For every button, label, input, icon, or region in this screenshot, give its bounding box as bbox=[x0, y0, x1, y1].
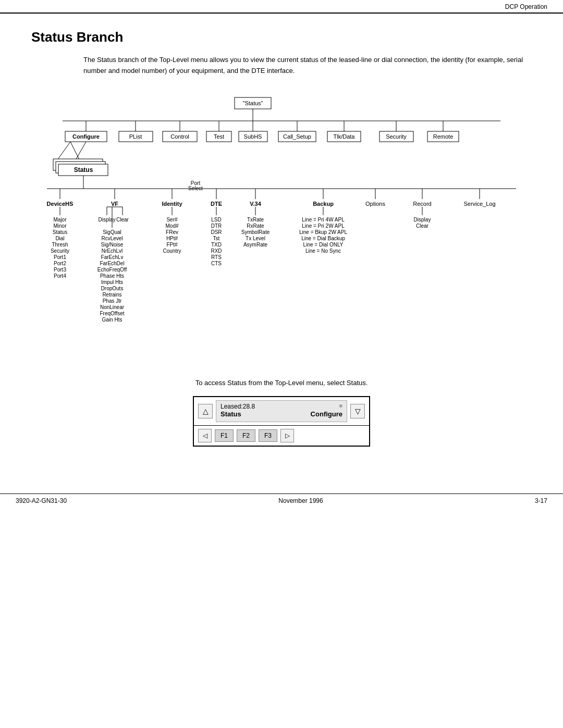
device-down-button[interactable]: ▽ bbox=[350, 404, 365, 418]
svg-text:FarEchLv: FarEchLv bbox=[101, 254, 124, 260]
svg-text:Line = Dial ONLY: Line = Dial ONLY bbox=[303, 242, 344, 248]
page-title: Status Branch bbox=[31, 29, 532, 45]
svg-text:Retrains: Retrains bbox=[102, 292, 121, 298]
svg-text:TxRate: TxRate bbox=[247, 217, 264, 223]
device-right-button[interactable]: ▷ bbox=[280, 429, 294, 442]
svg-text:HPt#: HPt# bbox=[166, 236, 178, 241]
svg-text:Major: Major bbox=[53, 217, 67, 223]
svg-text:LSD: LSD bbox=[211, 217, 221, 223]
svg-text:Security: Security bbox=[386, 133, 407, 140]
tree-svg: "Status" Configure PList Control Test bbox=[31, 92, 532, 363]
svg-text:NrEchLvl: NrEchLvl bbox=[102, 248, 123, 254]
svg-text:RTS: RTS bbox=[211, 254, 222, 260]
svg-text:CTS: CTS bbox=[211, 261, 222, 266]
access-text: To access Status from the Top-Level menu… bbox=[31, 379, 532, 387]
intro-text: The Status branch of the Top-Level menu … bbox=[83, 55, 532, 77]
device-top-row: △ Leased:28.8 = Status Configure ▽ bbox=[194, 397, 369, 426]
svg-line-33 bbox=[76, 142, 86, 160]
svg-text:RXD: RXD bbox=[211, 248, 222, 254]
svg-text:V.34: V.34 bbox=[250, 201, 262, 207]
device-display: △ Leased:28.8 = Status Configure ▽ ◁ F1 … bbox=[193, 396, 370, 447]
svg-text:DTE: DTE bbox=[211, 201, 222, 207]
svg-text:Dial: Dial bbox=[55, 236, 64, 241]
svg-text:Backup: Backup bbox=[313, 201, 334, 207]
device-bottom-row: ◁ F1 F2 F3 ▷ bbox=[194, 426, 369, 446]
screen-line1: Leased:28.8 = bbox=[221, 403, 342, 410]
svg-text:Port2: Port2 bbox=[54, 261, 66, 266]
svg-text:DeviceHS: DeviceHS bbox=[47, 201, 74, 207]
svg-text:Status: Status bbox=[74, 166, 93, 174]
svg-text:Sig/Noise: Sig/Noise bbox=[101, 242, 124, 248]
svg-text:SubHS: SubHS bbox=[244, 133, 262, 140]
svg-text:VF: VF bbox=[111, 201, 118, 207]
svg-text:Ser#: Ser# bbox=[166, 217, 178, 223]
svg-text:FRev: FRev bbox=[166, 229, 178, 235]
svg-text:Clear: Clear bbox=[416, 223, 429, 229]
footer-right: 3-17 bbox=[535, 497, 547, 504]
svg-text:Test: Test bbox=[214, 133, 224, 140]
svg-text:Tx Level: Tx Level bbox=[246, 236, 265, 241]
svg-text:Thresh: Thresh bbox=[52, 242, 68, 248]
device-left-button[interactable]: ◁ bbox=[198, 429, 212, 442]
svg-text:SigQual: SigQual bbox=[103, 229, 121, 235]
svg-text:Line = Bkup 2W APL: Line = Bkup 2W APL bbox=[299, 229, 347, 235]
svg-text:Status: Status bbox=[53, 229, 67, 235]
header-title: DCP Operation bbox=[505, 3, 547, 10]
svg-text:FPt#: FPt# bbox=[166, 242, 178, 248]
svg-text:Country: Country bbox=[163, 248, 181, 254]
svg-text:DSR: DSR bbox=[211, 229, 222, 235]
svg-text:Gain Hts: Gain Hts bbox=[102, 317, 123, 323]
device-up-button[interactable]: △ bbox=[198, 404, 213, 418]
svg-text:Select: Select bbox=[188, 186, 203, 191]
svg-text:Security: Security bbox=[51, 248, 69, 254]
footer-left: 3920-A2-GN31-30 bbox=[16, 497, 67, 504]
svg-text:"Status": "Status" bbox=[243, 100, 263, 106]
svg-text:Display: Display bbox=[414, 217, 431, 223]
svg-text:Record: Record bbox=[413, 201, 431, 207]
svg-text:Clear: Clear bbox=[116, 217, 129, 223]
svg-text:Service_Log: Service_Log bbox=[463, 201, 495, 207]
svg-text:Phase Hts: Phase Hts bbox=[100, 273, 124, 279]
svg-text:SymbolRate: SymbolRate bbox=[241, 229, 270, 235]
svg-text:Configure: Configure bbox=[72, 133, 100, 140]
svg-text:TXD: TXD bbox=[211, 242, 222, 248]
svg-text:Display: Display bbox=[99, 217, 116, 223]
tree-diagram: "Status" Configure PList Control Test bbox=[31, 92, 532, 363]
svg-text:Tst: Tst bbox=[213, 236, 220, 241]
svg-text:Mod#: Mod# bbox=[165, 223, 178, 229]
svg-text:Line = Pri 2W APL: Line = Pri 2W APL bbox=[302, 223, 345, 229]
svg-text:Line = Dial Backup: Line = Dial Backup bbox=[301, 236, 345, 241]
svg-text:RxRate: RxRate bbox=[247, 223, 264, 229]
screen-line2: Status Configure bbox=[221, 410, 342, 418]
device-f1-button[interactable]: F1 bbox=[215, 429, 234, 442]
svg-line-31 bbox=[57, 142, 70, 160]
page-footer: 3920-A2-GN31-30 November 1996 3-17 bbox=[0, 493, 563, 508]
footer-center: November 1996 bbox=[278, 497, 323, 504]
device-f3-button[interactable]: F3 bbox=[259, 429, 277, 442]
svg-text:Impul Hts: Impul Hts bbox=[101, 279, 123, 285]
svg-text:AsymRate: AsymRate bbox=[243, 242, 268, 248]
svg-text:NonLinear: NonLinear bbox=[100, 304, 125, 310]
svg-text:DTR: DTR bbox=[211, 223, 222, 229]
svg-text:Port4: Port4 bbox=[54, 273, 66, 279]
page-header: DCP Operation bbox=[0, 0, 563, 14]
svg-text:Tlk/Data: Tlk/Data bbox=[334, 133, 356, 140]
screen-configure: Configure bbox=[311, 410, 342, 418]
screen-eq: = bbox=[339, 403, 342, 410]
device-screen: Leased:28.8 = Status Configure bbox=[216, 400, 347, 422]
svg-text:Line = No Sync: Line = No Sync bbox=[305, 248, 341, 254]
svg-text:Remote: Remote bbox=[433, 133, 454, 140]
screen-leased: Leased:28.8 bbox=[221, 403, 255, 410]
svg-text:Minor: Minor bbox=[53, 223, 67, 229]
svg-text:Options: Options bbox=[365, 201, 385, 207]
svg-text:PList: PList bbox=[129, 133, 142, 140]
svg-text:FreqOffset: FreqOffset bbox=[100, 311, 124, 316]
svg-text:Phas Jtr: Phas Jtr bbox=[103, 298, 122, 304]
svg-text:Port3: Port3 bbox=[54, 267, 66, 273]
device-f2-button[interactable]: F2 bbox=[237, 429, 255, 442]
svg-text:RcvLevel: RcvLevel bbox=[101, 236, 123, 241]
page-content: Status Branch The Status branch of the T… bbox=[0, 14, 563, 462]
screen-status: Status bbox=[221, 410, 241, 418]
svg-text:DropOuts: DropOuts bbox=[101, 286, 124, 291]
svg-text:Port1: Port1 bbox=[54, 254, 66, 260]
